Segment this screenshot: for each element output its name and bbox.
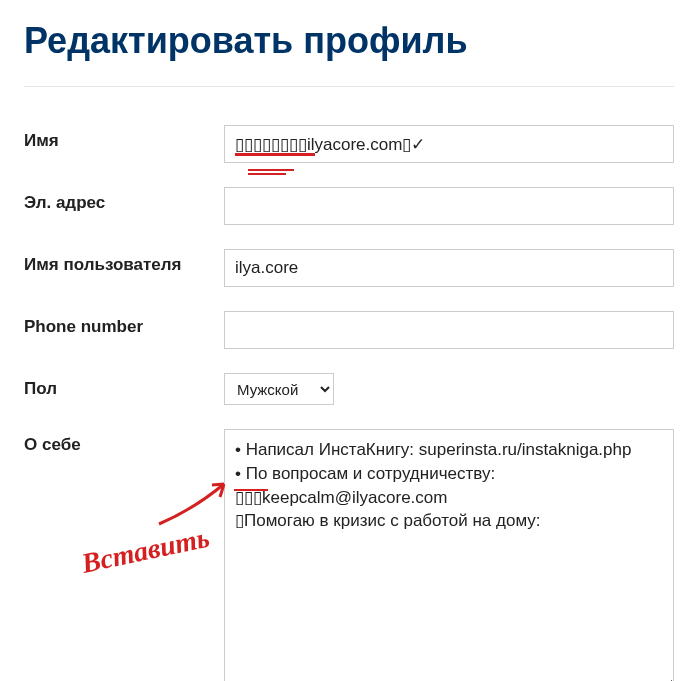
annotation-underline xyxy=(248,169,294,171)
label-about: О себе xyxy=(24,429,224,455)
row-about: О себе Вставить xyxy=(24,429,674,681)
input-name[interactable] xyxy=(224,125,674,163)
row-username: Имя пользователя xyxy=(24,249,674,287)
annotation-underline xyxy=(248,173,286,175)
annotation-underline xyxy=(234,489,268,491)
textarea-about[interactable] xyxy=(224,429,674,681)
row-phone: Phone number xyxy=(24,311,674,349)
input-username[interactable] xyxy=(224,249,674,287)
label-username: Имя пользователя xyxy=(24,249,224,275)
row-name: Имя xyxy=(24,125,674,163)
select-gender[interactable]: Мужской xyxy=(224,373,334,405)
annotation-handwriting: Вставить xyxy=(78,525,248,595)
input-phone[interactable] xyxy=(224,311,674,349)
label-email: Эл. адрес xyxy=(24,187,224,213)
row-gender: Пол Мужской xyxy=(24,373,674,405)
label-phone: Phone number xyxy=(24,311,224,337)
label-name: Имя xyxy=(24,125,224,151)
row-email: Эл. адрес xyxy=(24,187,674,225)
page-title: Редактировать профиль xyxy=(24,20,674,62)
divider xyxy=(24,86,674,87)
annotation-underline xyxy=(235,153,315,156)
input-email[interactable] xyxy=(224,187,674,225)
svg-text:Вставить: Вставить xyxy=(78,525,212,579)
label-gender: Пол xyxy=(24,373,224,399)
